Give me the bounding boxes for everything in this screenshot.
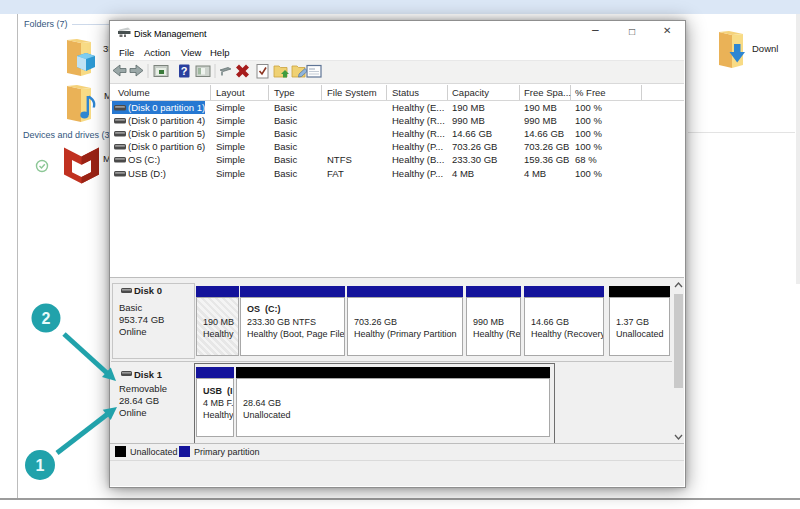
svg-text:2: 2	[42, 310, 51, 327]
svg-text:?: ?	[181, 65, 188, 77]
svg-text:1: 1	[36, 457, 45, 474]
